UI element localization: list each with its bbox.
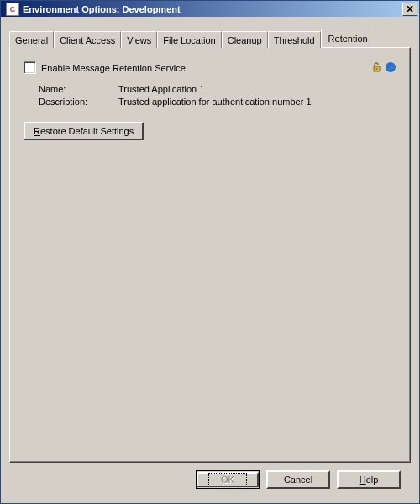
help-button[interactable]: Help [337,470,401,489]
name-value: Trusted Application 1 [118,84,396,94]
titlebar: C Environment Options: Development [1,1,419,17]
cancel-button[interactable]: Cancel [266,470,330,489]
tab-file-location[interactable]: File Location [157,31,221,48]
retention-info: Name: Trusted Application 1 Description:… [39,84,396,107]
tab-views[interactable]: Views [121,31,157,48]
tab-general[interactable]: General [9,31,54,48]
tab-retention[interactable]: Retention [321,29,375,47]
tab-cleanup[interactable]: Cleanup [222,31,268,48]
retention-panel: Enable Message Retention Service Name: T… [9,47,411,463]
ok-button[interactable]: OK [196,470,260,489]
name-label: Name: [39,84,118,94]
enable-retention-label: Enable Message Retention Service [41,63,186,73]
description-label: Description: [39,97,118,107]
svg-text:C: C [10,5,16,13]
description-value: Trusted application for authentication n… [118,97,396,107]
enable-retention-checkbox[interactable]: Enable Message Retention Service [24,61,396,74]
lock-icons [371,61,396,73]
restore-defaults-button[interactable]: Restore Default Settings [24,122,144,140]
checkbox-icon [24,61,36,74]
tabstrip: General Client Access Views File Locatio… [9,29,411,47]
globe-icon[interactable] [385,61,396,73]
padlock-open-icon[interactable] [371,61,383,73]
dialog-body: General Client Access Views File Locatio… [1,17,419,503]
close-button[interactable] [402,3,417,16]
dialog-buttons: OK Cancel Help [8,463,412,496]
app-icon: C [6,3,19,16]
svg-point-2 [376,68,378,70]
window-title: Environment Options: Development [23,4,402,14]
environment-options-dialog: C Environment Options: Development Gener… [0,0,420,504]
close-icon [407,6,413,12]
tab-threshold[interactable]: Threshold [268,31,321,48]
tab-client-access[interactable]: Client Access [54,31,121,48]
